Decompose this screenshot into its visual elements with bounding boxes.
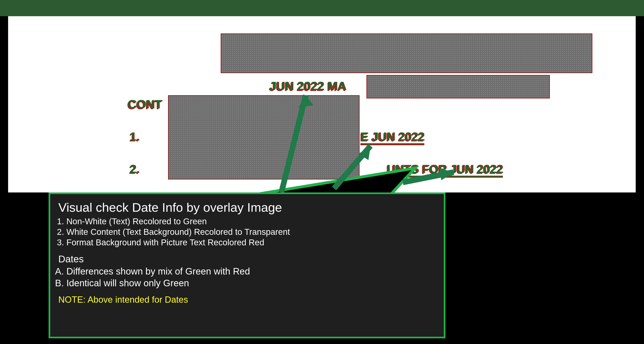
- callout-title: Visual check Date Info by overlay Image: [58, 200, 436, 215]
- list-item: Format Background with Picture Text Reco…: [66, 238, 436, 247]
- header-date-fragment: JUN 2022 MA: [269, 79, 346, 93]
- list-number-1: 1.: [130, 130, 139, 143]
- list-item: White Content (Text Background) Recolore…: [66, 227, 436, 237]
- redaction-block: [366, 75, 550, 99]
- list-number-2: 2.: [130, 162, 139, 176]
- list-item-1-date: E JUN 2022: [360, 130, 424, 144]
- redaction-block: [168, 95, 360, 179]
- redaction-block: [221, 34, 592, 73]
- callout-note: NOTE: Above intended for Dates: [58, 294, 436, 305]
- list-item: Identical will show only Green: [66, 277, 436, 288]
- document-page: JUN 2022 MA CONT 1. E JUN 2022 2. UNTS F…: [8, 16, 636, 192]
- callout-dates-list: Differences shown by mix of Green with R…: [66, 266, 436, 288]
- callout-steps-list: Non-White (Text) Recolored to Green Whit…: [66, 217, 436, 247]
- list-item-2-date: UNTS FOR JUN 2022: [387, 162, 503, 177]
- contents-heading-fragment: CONT: [128, 97, 162, 111]
- title-bar: [0, 0, 644, 16]
- explanation-callout: Visual check Date Info by overlay Image …: [48, 192, 446, 338]
- callout-subheading: Dates: [58, 253, 436, 265]
- list-item: Differences shown by mix of Green with R…: [66, 266, 436, 277]
- list-item: Non-White (Text) Recolored to Green: [66, 217, 436, 226]
